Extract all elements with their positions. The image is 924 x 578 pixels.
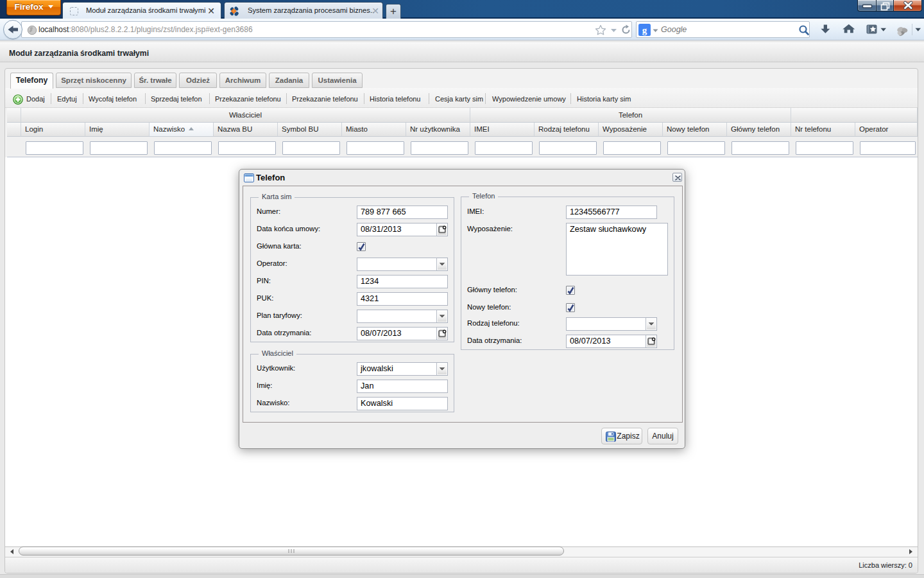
svg-text:g: g bbox=[642, 25, 647, 35]
